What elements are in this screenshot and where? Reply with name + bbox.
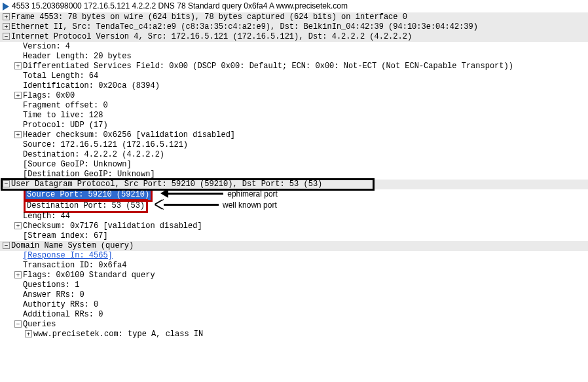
window-titlebar: 4553 15.203698000 172.16.5.121 4.2.2.2 D… xyxy=(0,0,588,12)
expand-toggle[interactable]: + xyxy=(14,62,22,69)
expand-toggle[interactable]: + xyxy=(3,23,10,30)
udp-dst-port: Destination Port: 53 (53) xyxy=(24,199,148,213)
dns-summary: Domain Name System (query) xyxy=(11,241,134,251)
ip-source[interactable]: Source: 172.16.5.121 (172.16.5.121) xyxy=(0,140,588,150)
dns-additional-rrs[interactable]: Additional RRs: 0 xyxy=(0,310,588,320)
udp-summary: User Datagram Protocol, Src Port: 59210 … xyxy=(11,180,322,189)
expand-toggle[interactable]: + xyxy=(25,330,32,337)
annotation-ephemeral: ephimeral port xyxy=(227,189,278,199)
ip-version[interactable]: Version: 4 xyxy=(0,42,588,52)
dns-answer-rrs[interactable]: Answer RRs: 0 xyxy=(0,290,588,300)
wireshark-icon xyxy=(3,3,9,10)
ethernet-summary: Ethernet II, Src: TendaTec_c4:a2:e9 (c8:… xyxy=(11,22,478,32)
titlebar-text: 4553 15.203698000 172.16.5.121 4.2.2.2 D… xyxy=(12,1,348,11)
collapse-toggle[interactable]: − xyxy=(3,180,10,187)
ip-fragment-offset[interactable]: Fragment offset: 0 xyxy=(0,101,588,111)
expand-toggle[interactable]: + xyxy=(14,271,22,278)
udp-dst-port-row[interactable]: Destination Port: 53 (53) well known por… xyxy=(0,201,588,212)
dns-txid[interactable]: Transaction ID: 0x6fa4 xyxy=(0,261,588,271)
dns-query-item[interactable]: +www.precisetek.com: type A, class IN xyxy=(0,330,588,339)
expand-toggle[interactable]: + xyxy=(3,13,10,20)
ip-ttl[interactable]: Time to live: 128 xyxy=(0,111,588,121)
tree-frame-row[interactable]: + Frame 4553: 78 bytes on wire (624 bits… xyxy=(0,12,588,22)
collapse-toggle[interactable]: − xyxy=(3,33,10,40)
ip-header-length[interactable]: Header Length: 20 bytes xyxy=(0,52,588,62)
ip-identification[interactable]: Identification: 0x20ca (8394) xyxy=(0,81,588,91)
collapse-toggle[interactable]: − xyxy=(3,242,10,249)
dns-queries[interactable]: −Queries xyxy=(0,320,588,330)
tree-ethernet-row[interactable]: + Ethernet II, Src: TendaTec_c4:a2:e9 (c… xyxy=(0,22,588,32)
dns-flags[interactable]: +Flags: 0x0100 Standard query xyxy=(0,271,588,280)
ip-dst-geoip[interactable]: [Destination GeoIP: Unknown] xyxy=(0,170,588,180)
ip-src-geoip[interactable]: [Source GeoIP: Unknown] xyxy=(0,160,588,170)
frame-summary: Frame 4553: 78 bytes on wire (624 bits),… xyxy=(11,12,407,22)
ip-destination[interactable]: Destination: 4.2.2.2 (4.2.2.2) xyxy=(0,150,588,160)
udp-length[interactable]: Length: 44 xyxy=(0,212,588,221)
udp-checksum[interactable]: +Checksum: 0x7176 [validation disabled] xyxy=(0,221,588,231)
ip-total-length[interactable]: Total Length: 64 xyxy=(0,71,588,81)
expand-toggle[interactable]: + xyxy=(14,222,22,229)
dns-authority-rrs[interactable]: Authority RRs: 0 xyxy=(0,300,588,310)
dns-questions[interactable]: Questions: 1 xyxy=(0,280,588,290)
dns-response-in[interactable]: [Response In: 4565] xyxy=(0,251,588,261)
ip-checksum[interactable]: +Header checksum: 0x6256 [validation dis… xyxy=(0,130,588,140)
expand-toggle[interactable]: + xyxy=(14,92,22,99)
ip-protocol[interactable]: Protocol: UDP (17) xyxy=(0,121,588,130)
tree-dns-row[interactable]: − Domain Name System (query) xyxy=(0,241,588,251)
annotation-wellknown: well known port xyxy=(223,201,277,210)
collapse-toggle[interactable]: − xyxy=(14,320,22,328)
ip-summary: Internet Protocol Version 4, Src: 172.16… xyxy=(11,32,412,42)
arrow-icon xyxy=(160,201,219,210)
ip-dsfield[interactable]: +Differentiated Services Field: 0x00 (DS… xyxy=(0,62,588,71)
arrow-icon xyxy=(164,189,223,199)
tree-udp-row[interactable]: − User Datagram Protocol, Src Port: 5921… xyxy=(0,180,588,189)
udp-stream-index[interactable]: [Stream index: 67] xyxy=(0,231,588,241)
expand-toggle[interactable]: + xyxy=(14,131,22,138)
tree-ip-row[interactable]: − Internet Protocol Version 4, Src: 172.… xyxy=(0,32,588,42)
ip-flags[interactable]: +Flags: 0x00 xyxy=(0,91,588,101)
